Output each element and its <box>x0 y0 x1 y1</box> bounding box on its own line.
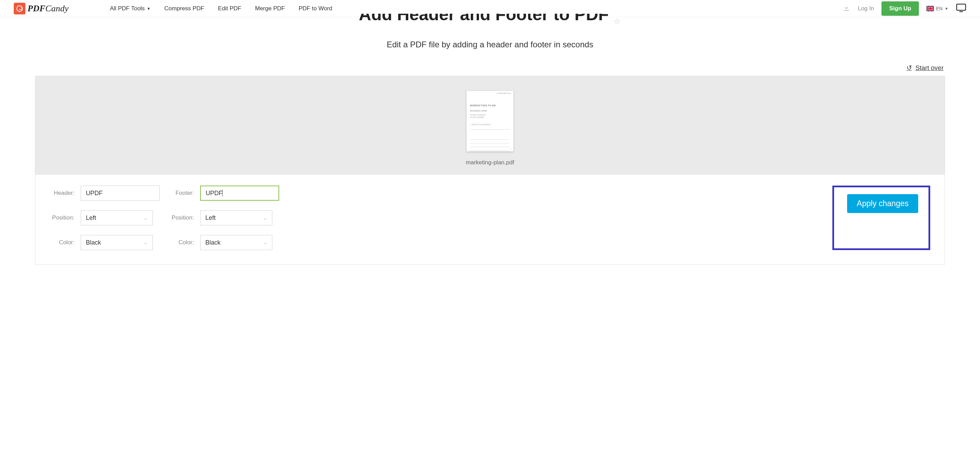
chevron-down-icon: ⌄ <box>143 240 148 245</box>
chevron-down-icon: ⌄ <box>262 240 267 245</box>
nav-all-tools[interactable]: All PDF Tools ▼ <box>110 5 151 12</box>
caret-down-icon: ▼ <box>147 6 151 11</box>
page-subtitle: Edit a PDF file by adding a header and f… <box>0 40 980 49</box>
logo-text: PDFCandy <box>27 3 69 14</box>
flag-icon <box>926 6 934 11</box>
nav-compress[interactable]: Compress PDF <box>164 5 204 12</box>
start-over-link[interactable]: ↺ Start over <box>907 64 943 72</box>
main-card: CONFIDENTIAL MARKETING PLAN BUSINESS NAM… <box>35 76 945 265</box>
header-input[interactable] <box>81 186 160 201</box>
nav-merge[interactable]: Merge PDF <box>255 5 285 12</box>
thumb-page-num: 1 <box>510 148 511 150</box>
thumb-section: 1. EXECUTIVE SUMMARY <box>470 124 510 126</box>
star-icon[interactable]: ☆ <box>614 16 621 26</box>
footer-label: Footer: <box>169 190 194 197</box>
login-link[interactable]: Log In <box>858 5 874 12</box>
chevron-down-icon: ⌄ <box>262 216 267 220</box>
header-color-label: Color: <box>50 239 75 246</box>
header-color-select[interactable]: Black⌄ <box>81 235 153 250</box>
apply-highlight-box: Apply changes <box>832 186 930 250</box>
footer-color-label: Color: <box>169 239 194 246</box>
nav-links: All PDF Tools ▼ Compress PDF Edit PDF Me… <box>110 5 843 12</box>
svg-rect-2 <box>957 4 966 10</box>
footer-position-select[interactable]: Left⌄ <box>200 210 272 225</box>
form-area: Header: Position: Left⌄ Color: Black⌄ Fo… <box>35 174 945 265</box>
header-position-label: Position: <box>50 214 75 221</box>
footer-input[interactable]: UPDF <box>200 186 279 201</box>
nav-edit[interactable]: Edit PDF <box>218 5 242 12</box>
header-label: Header: <box>50 190 75 197</box>
thumb-desc: STREET ADDRESSPHONE NUMBER <box>470 114 510 119</box>
page-title-row: Add Header and Footer to PDF ☆ <box>0 13 980 26</box>
logo[interactable]: PDFCandy <box>14 3 69 14</box>
footer-color-select[interactable]: Black⌄ <box>200 235 272 250</box>
signup-button[interactable]: Sign Up <box>881 2 918 16</box>
desktop-icon[interactable] <box>956 3 966 14</box>
page-title: Add Header and Footer to PDF <box>359 14 609 25</box>
preview-area: CONFIDENTIAL MARKETING PLAN BUSINESS NAM… <box>35 76 945 174</box>
logo-icon <box>14 3 25 14</box>
download-icon[interactable] <box>843 4 850 13</box>
language-select[interactable]: EN ▼ <box>926 6 948 11</box>
start-over-row: ↺ Start over <box>0 64 980 72</box>
document-thumbnail[interactable]: CONFIDENTIAL MARKETING PLAN BUSINESS NAM… <box>466 90 514 152</box>
apply-changes-button[interactable]: Apply changes <box>847 194 918 213</box>
nav-right: Log In Sign Up EN ▼ <box>843 2 966 16</box>
file-name: marketing-plan.pdf <box>35 159 945 166</box>
chevron-down-icon: ⌄ <box>143 216 148 220</box>
footer-position-label: Position: <box>169 214 194 221</box>
caret-down-icon: ▼ <box>945 6 948 11</box>
header-position-select[interactable]: Left⌄ <box>81 210 153 225</box>
thumb-confidential: CONFIDENTIAL <box>496 92 511 94</box>
thumb-title: MARKETING PLAN <box>470 104 510 107</box>
nav-to-word[interactable]: PDF to Word <box>299 5 332 12</box>
thumb-subtitle: BUSINESS NAME <box>470 110 510 112</box>
reload-icon: ↺ <box>907 64 912 72</box>
